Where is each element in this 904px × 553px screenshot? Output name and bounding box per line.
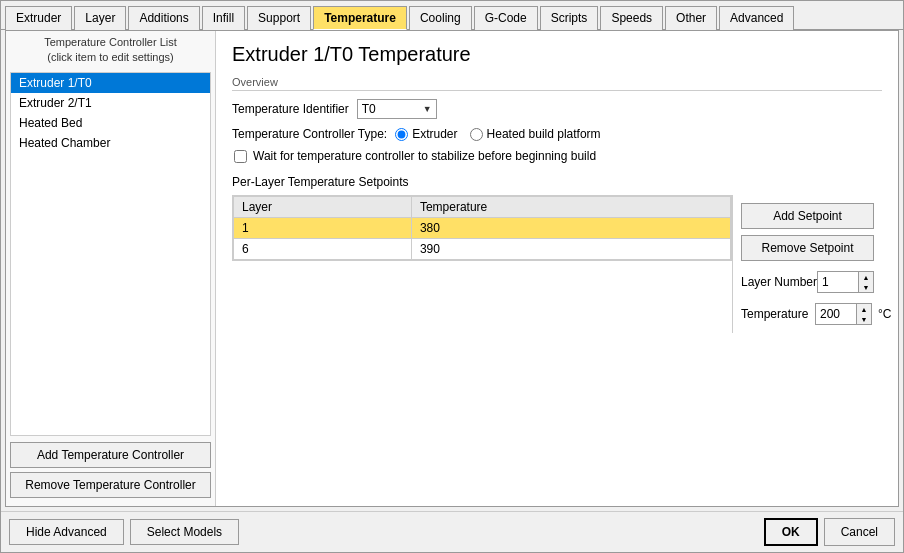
main-window: Extruder Layer Additions Infill Support … xyxy=(0,0,904,553)
radio-heated-text: Heated build platform xyxy=(487,127,601,141)
setpoints-outer: Per-Layer Temperature Setpoints Layer Te… xyxy=(232,175,882,333)
radio-heated-label[interactable]: Heated build platform xyxy=(470,127,601,141)
panel-title: Temperature Controller List (click item … xyxy=(10,35,211,66)
add-setpoint-button[interactable]: Add Setpoint xyxy=(741,203,874,229)
overview-label: Overview xyxy=(232,76,882,91)
tab-infill[interactable]: Infill xyxy=(202,6,245,30)
tab-layer[interactable]: Layer xyxy=(74,6,126,30)
list-item-extruder2[interactable]: Extruder 2/T1 xyxy=(11,93,210,113)
setpoints-section-label: Per-Layer Temperature Setpoints xyxy=(232,175,882,189)
temperature-row: Temperature ▲ ▼ °C xyxy=(741,303,874,325)
remove-temperature-controller-button[interactable]: Remove Temperature Controller xyxy=(10,472,211,498)
setpoints-controls: Add Setpoint Remove Setpoint Layer Numbe… xyxy=(732,195,882,333)
setpoints-table-container: Layer Temperature 1 380 xyxy=(232,195,732,333)
temperature-spin: ▲ ▼ xyxy=(856,304,871,324)
layer-number-down[interactable]: ▼ xyxy=(859,282,873,292)
radio-heated-platform[interactable] xyxy=(470,128,483,141)
col-header-temperature: Temperature xyxy=(411,197,730,218)
tab-additions[interactable]: Additions xyxy=(128,6,199,30)
hide-advanced-button[interactable]: Hide Advanced xyxy=(9,519,124,545)
ok-button[interactable]: OK xyxy=(764,518,818,546)
left-panel: Temperature Controller List (click item … xyxy=(6,31,216,506)
temperature-unit: °C xyxy=(878,307,891,321)
wait-checkbox-row: Wait for temperature controller to stabi… xyxy=(234,149,882,163)
tab-cooling[interactable]: Cooling xyxy=(409,6,472,30)
select-models-button[interactable]: Select Models xyxy=(130,519,239,545)
remove-setpoint-button[interactable]: Remove Setpoint xyxy=(741,235,874,261)
row2-temperature: 390 xyxy=(411,239,730,260)
right-panel: Extruder 1/T0 Temperature Overview Tempe… xyxy=(216,31,898,506)
identifier-select[interactable]: T0 T1 xyxy=(357,99,437,119)
tab-scripts[interactable]: Scripts xyxy=(540,6,599,30)
tab-speeds[interactable]: Speeds xyxy=(600,6,663,30)
temperature-up[interactable]: ▲ xyxy=(857,304,871,314)
controller-type-radio-group: Extruder Heated build platform xyxy=(395,127,600,141)
setpoints-container: Layer Temperature 1 380 xyxy=(232,195,882,333)
radio-extruder[interactable] xyxy=(395,128,408,141)
controller-list: Extruder 1/T0 Extruder 2/T1 Heated Bed H… xyxy=(10,72,211,436)
radio-extruder-text: Extruder xyxy=(412,127,457,141)
table-row[interactable]: 6 390 xyxy=(234,239,731,260)
table-row[interactable]: 1 380 xyxy=(234,218,731,239)
layer-number-row: Layer Number ▲ ▼ xyxy=(741,271,874,293)
wait-checkbox[interactable] xyxy=(234,150,247,163)
bottom-left: Hide Advanced Select Models xyxy=(9,519,239,545)
wait-checkbox-label: Wait for temperature controller to stabi… xyxy=(253,149,596,163)
temperature-input[interactable] xyxy=(816,305,856,323)
row1-temperature: 380 xyxy=(411,218,730,239)
tab-bar: Extruder Layer Additions Infill Support … xyxy=(1,1,903,30)
layer-number-spin: ▲ ▼ xyxy=(858,272,873,292)
temperature-down[interactable]: ▼ xyxy=(857,314,871,324)
tab-support[interactable]: Support xyxy=(247,6,311,30)
identifier-select-wrapper: T0 T1 xyxy=(357,99,437,119)
temperature-input-wrapper: ▲ ▼ xyxy=(815,303,872,325)
list-item-heated-chamber[interactable]: Heated Chamber xyxy=(11,133,210,153)
identifier-label: Temperature Identifier xyxy=(232,102,349,116)
layer-number-input[interactable] xyxy=(818,273,858,291)
add-temperature-controller-button[interactable]: Add Temperature Controller xyxy=(10,442,211,468)
temperature-label: Temperature xyxy=(741,307,811,321)
tab-extruder[interactable]: Extruder xyxy=(5,6,72,30)
tab-gcode[interactable]: G-Code xyxy=(474,6,538,30)
setpoints-table: Layer Temperature 1 380 xyxy=(233,196,731,260)
row2-layer: 6 xyxy=(234,239,412,260)
controller-type-label: Temperature Controller Type: xyxy=(232,127,387,141)
bottom-right: OK Cancel xyxy=(764,518,895,546)
layer-number-input-wrapper: ▲ ▼ xyxy=(817,271,874,293)
layer-number-label: Layer Number xyxy=(741,275,813,289)
tab-other[interactable]: Other xyxy=(665,6,717,30)
controller-type-row: Temperature Controller Type: Extruder He… xyxy=(232,127,882,141)
col-header-layer: Layer xyxy=(234,197,412,218)
radio-extruder-label[interactable]: Extruder xyxy=(395,127,457,141)
row1-layer: 1 xyxy=(234,218,412,239)
identifier-row: Temperature Identifier T0 T1 xyxy=(232,99,882,119)
bottom-bar: Hide Advanced Select Models OK Cancel xyxy=(1,511,903,552)
page-title: Extruder 1/T0 Temperature xyxy=(232,43,882,66)
tab-advanced[interactable]: Advanced xyxy=(719,6,794,30)
cancel-button[interactable]: Cancel xyxy=(824,518,895,546)
content-area: Temperature Controller List (click item … xyxy=(5,30,899,507)
layer-number-up[interactable]: ▲ xyxy=(859,272,873,282)
list-item-heated-bed[interactable]: Heated Bed xyxy=(11,113,210,133)
tab-temperature[interactable]: Temperature xyxy=(313,6,407,30)
list-item-extruder1[interactable]: Extruder 1/T0 xyxy=(11,73,210,93)
